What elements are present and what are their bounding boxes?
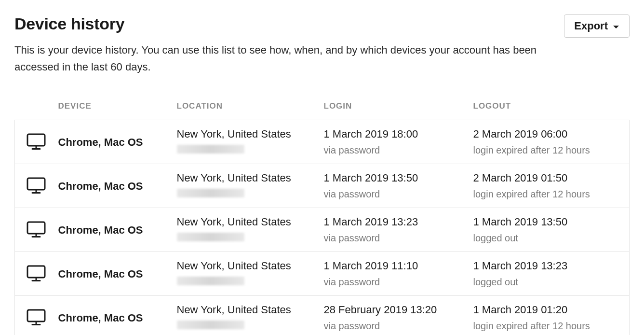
table-header-row: DEVICE LOCATION LOGIN LOGOUT xyxy=(15,95,630,120)
location-text: New York, United States xyxy=(177,302,309,318)
export-button-label: Export xyxy=(574,20,608,32)
login-method: via password xyxy=(324,319,458,333)
logout-time: 1 March 2019 13:50 xyxy=(473,214,622,230)
table-row: Chrome, Mac OS New York, United States 1… xyxy=(15,208,630,252)
redacted-ip xyxy=(177,321,244,329)
export-button[interactable]: Export xyxy=(564,14,630,38)
svg-rect-0 xyxy=(27,134,45,146)
monitor-icon xyxy=(27,177,54,195)
monitor-icon xyxy=(27,309,54,326)
monitor-icon xyxy=(27,265,54,282)
logout-detail: logged out xyxy=(473,275,622,289)
location-text: New York, United States xyxy=(177,258,309,274)
table-row: Chrome, Mac OS New York, United States 1… xyxy=(15,164,630,208)
logout-detail: login expired after 12 hours xyxy=(473,319,622,333)
login-method: via password xyxy=(324,143,458,157)
page-description: This is your device history. You can use… xyxy=(14,42,554,75)
logout-detail: login expired after 12 hours xyxy=(473,143,622,157)
redacted-ip xyxy=(177,277,244,285)
redacted-ip xyxy=(177,145,244,154)
monitor-icon xyxy=(27,133,54,151)
device-name: Chrome, Mac OS xyxy=(58,224,143,236)
col-header-icon xyxy=(15,95,58,120)
login-time: 1 March 2019 11:10 xyxy=(324,258,458,274)
logout-detail: logged out xyxy=(473,231,622,245)
table-row: Chrome, Mac OS New York, United States 1… xyxy=(15,120,630,164)
login-method: via password xyxy=(324,275,458,289)
location-text: New York, United States xyxy=(177,214,309,230)
page-title: Device history xyxy=(14,14,124,33)
login-method: via password xyxy=(324,187,458,201)
device-name: Chrome, Mac OS xyxy=(58,312,143,324)
svg-rect-6 xyxy=(27,222,45,234)
login-time: 28 February 2019 13:20 xyxy=(324,302,458,318)
svg-rect-12 xyxy=(27,310,45,321)
device-name: Chrome, Mac OS xyxy=(58,268,143,280)
login-time: 1 March 2019 13:50 xyxy=(324,170,458,186)
logout-time: 1 March 2019 01:20 xyxy=(473,302,622,318)
chevron-down-icon xyxy=(613,20,619,32)
location-text: New York, United States xyxy=(177,126,309,142)
redacted-ip xyxy=(177,233,244,241)
col-header-location: LOCATION xyxy=(169,95,316,120)
table-row: Chrome, Mac OS New York, United States 2… xyxy=(15,296,630,335)
col-header-device: DEVICE xyxy=(58,95,169,120)
svg-rect-3 xyxy=(27,178,45,190)
redacted-ip xyxy=(177,189,244,197)
login-time: 1 March 2019 13:23 xyxy=(324,214,458,230)
col-header-logout: LOGOUT xyxy=(466,95,630,120)
logout-time: 2 March 2019 01:50 xyxy=(473,170,622,186)
device-name: Chrome, Mac OS xyxy=(58,180,143,192)
logout-time: 2 March 2019 06:00 xyxy=(473,126,622,142)
login-method: via password xyxy=(324,231,458,245)
svg-rect-9 xyxy=(27,266,45,278)
logout-detail: login expired after 12 hours xyxy=(473,187,622,201)
location-text: New York, United States xyxy=(177,170,309,186)
logout-time: 1 March 2019 13:23 xyxy=(473,258,622,274)
col-header-login: LOGIN xyxy=(316,95,466,120)
login-time: 1 March 2019 18:00 xyxy=(324,126,458,142)
device-history-table: DEVICE LOCATION LOGIN LOGOUT Chrome, Mac… xyxy=(14,95,630,335)
monitor-icon xyxy=(27,221,54,238)
device-name: Chrome, Mac OS xyxy=(58,136,143,148)
table-row: Chrome, Mac OS New York, United States 1… xyxy=(15,252,630,296)
